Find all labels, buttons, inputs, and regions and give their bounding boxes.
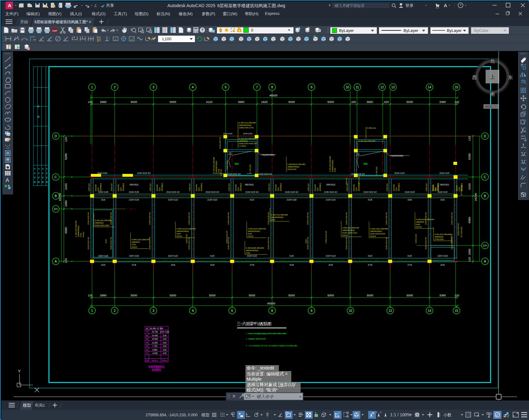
svg-text:188100(2): 188100(2)	[398, 183, 400, 191]
svg-text:3118: 3118	[210, 264, 214, 266]
svg-text:西: 西	[472, 75, 477, 80]
svg-text:2125+2125+2122: 2125+2125+2122	[342, 232, 357, 234]
svg-text:2125+2122: 2125+2122	[226, 161, 228, 170]
svg-text:3718: 3718	[250, 264, 254, 266]
svg-text:3~6KL3(2): 3~6KL3(2)	[376, 167, 377, 175]
svg-text:2116+3120 3/2: 2116+3120 3/2	[227, 173, 240, 175]
svg-text:2220+116: 2220+116	[88, 183, 90, 191]
svg-text:WCS: WCS	[485, 105, 492, 108]
svg-text:3120: 3120	[416, 223, 420, 225]
svg-text:1:1 / 100%: 1:1 / 100%	[390, 412, 411, 417]
svg-text:2220+116: 2220+116	[111, 183, 112, 191]
svg-text:3116: 3116	[440, 199, 445, 201]
svg-text:5000: 5000	[327, 294, 334, 297]
svg-text:6/20 4/2: 6/20 4/2	[220, 169, 222, 176]
svg-text:250x450: 250x450	[196, 184, 197, 191]
svg-text:A: A	[444, 3, 447, 8]
svg-text:3.90: 3.90	[163, 334, 167, 337]
svg-text:梯板: 梯板	[363, 163, 368, 165]
svg-text:188100(2): 188100(2)	[245, 183, 254, 186]
svg-text:3~6KL6(1B) 250x400: 3~6KL6(1B) 250x400	[246, 247, 264, 249]
svg-text:(-1.95m): (-1.95m)	[239, 145, 246, 147]
svg-text:3、凡主次梁相交处,均在主梁上设吊筋箍筋376(配筋50);: 3、凡主次梁相交处,均在主梁上设吊筋箍筋376(配筋50);加密箍筋见图(。.	[246, 345, 299, 347]
svg-text:G4712: G4712	[416, 226, 422, 228]
svg-text:3116: 3116	[101, 199, 105, 201]
svg-text:188(00(2): 188(00(2)	[131, 241, 140, 243]
svg-text:2125+2122: 2125+2122	[415, 234, 417, 243]
svg-text:2220+116: 2220+116	[307, 183, 309, 191]
svg-text:1、3~6KL表示,3~6LL 楼面梁顶结构标高为7.750: 1、3~6KL表示,3~6LL 楼面梁顶结构标高为7.750m,+11.650m…	[246, 333, 288, 335]
svg-text:3~6LL4(1) 250x400: 3~6LL4(1) 250x400	[359, 140, 375, 142]
svg-text:188100(2): 188100(2)	[122, 183, 124, 191]
svg-text:188100/200(2): 188100/200(2)	[239, 124, 251, 126]
svg-text:275956.654, -1410.233, 0.000: 275956.654, -1410.233, 0.000	[146, 413, 198, 417]
svg-text:2320+1116: 2320+1116	[98, 255, 108, 257]
svg-text:2、现浇混凝土强度等级为C25: 2、现浇混凝土强度等级为C25	[246, 338, 266, 340]
svg-text:?: ?	[201, 28, 203, 32]
svg-text:G2114: G2114	[176, 235, 182, 237]
svg-text:B: B	[55, 194, 57, 198]
svg-text:188100(2): 188100(2)	[319, 183, 321, 191]
svg-text:层高(m): 层高(m)	[161, 360, 167, 361]
svg-text:L100: L100	[162, 37, 171, 41]
svg-text:3116: 3116	[440, 264, 445, 266]
svg-text:2716;2125: 2716;2125	[434, 238, 444, 240]
svg-text:ByLayer: ByLayer	[339, 28, 354, 33]
svg-text:2720: 2720	[246, 252, 250, 254]
svg-text:TZ: TZ	[229, 152, 231, 154]
svg-text:6: 6	[146, 334, 148, 337]
svg-text:C: C	[55, 175, 57, 179]
svg-text:2125+1182: 2125+1182	[287, 199, 297, 201]
svg-text:2216+1120: 2216+1120	[395, 172, 405, 174]
svg-text:梯板: 梯板	[234, 163, 239, 165]
svg-text:G2114: G2114	[342, 234, 348, 236]
svg-text:26.350~27.950: 26.350~27.950	[150, 327, 163, 329]
svg-text:188200(2): 188200(2)	[434, 236, 443, 238]
svg-text:13: 13	[388, 309, 392, 312]
svg-text:2120+4122 4/2: 2120+4122 4/2	[346, 237, 347, 250]
svg-text:C: C	[484, 175, 486, 179]
svg-text:3118: 3118	[171, 264, 175, 266]
svg-text:2120: 2120	[176, 232, 181, 235]
svg-text:3~6KL12(1A) 250x650: 3~6KL12(1A) 250x650	[176, 228, 196, 230]
svg-text:250x450: 250x450	[353, 184, 355, 191]
svg-text:2120+4122 4/2: 2120+4122 4/2	[307, 237, 309, 250]
svg-text:2216+1120: 2216+1120	[97, 172, 108, 174]
svg-text:120: 120	[454, 294, 459, 297]
svg-text:1680: 1680	[64, 200, 68, 207]
svg-text:5000: 5000	[170, 294, 176, 297]
svg-text:16200: 16200	[58, 193, 61, 201]
svg-text:2725+4122 2/4: 2725+4122 2/4	[325, 231, 327, 243]
svg-text:2120+4125 4/2: 2120+4125 4/2	[386, 212, 387, 225]
svg-text:3118: 3118	[328, 264, 333, 266]
svg-text:3: 3	[152, 85, 154, 89]
svg-text:3116: 3116	[198, 188, 200, 191]
svg-text:2880: 2880	[100, 294, 106, 297]
svg-text:188100(2): 188100(2)	[326, 183, 335, 186]
svg-text:层号: 层号	[145, 360, 149, 361]
svg-text:188100(2): 188100(2)	[440, 183, 449, 186]
svg-text:3~6KL1(1A) 250x700: 3~6KL1(1A) 250x700	[131, 238, 150, 241]
svg-text:2725+4122 2/4: 2725+4122 2/4	[226, 231, 228, 243]
svg-text:2116;2122+1120: 2116;2122+1120	[95, 224, 109, 226]
svg-text:2320+1318: 2320+1318	[438, 255, 448, 257]
svg-text:4116: 4116	[434, 188, 436, 191]
svg-text:2116+4120 4/2: 2116+4120 4/2	[245, 191, 258, 193]
svg-text:188200(2): 188200(2)	[239, 140, 248, 142]
svg-text:1/A: 1/A	[483, 244, 487, 247]
svg-text:键入命令: 键入命令	[256, 394, 274, 399]
svg-text:3.90: 3.90	[163, 352, 167, 354]
svg-text:标高(m): 标高(m)	[152, 360, 158, 362]
svg-text:结构层高: 结构层高	[152, 368, 161, 371]
svg-text:3~6KL3(2): 3~6KL3(2)	[249, 165, 251, 173]
svg-text:G2114: G2114	[370, 235, 376, 237]
svg-text:2320+1118: 2320+1118	[129, 255, 139, 257]
svg-text:2220+116: 2220+116	[149, 183, 151, 191]
svg-text:46500: 46500	[269, 94, 277, 97]
svg-text:3~6KL5(1A) 250x700: 3~6KL5(1A) 250x700	[416, 218, 434, 220]
svg-text:5000: 5000	[406, 294, 413, 297]
svg-text:2220+116: 2220+116	[386, 183, 388, 191]
svg-text:结构层楼面标高: 结构层楼面标高	[148, 365, 165, 368]
svg-text:9: 9	[311, 309, 312, 312]
svg-text:1: 1	[91, 85, 93, 89]
